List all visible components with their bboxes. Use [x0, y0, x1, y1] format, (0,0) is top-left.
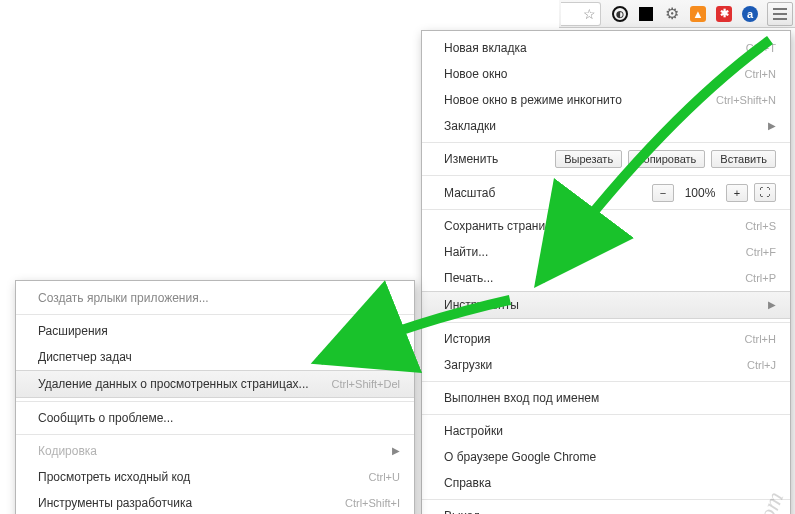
rss-icon[interactable]: ▲: [688, 4, 708, 24]
separator: [422, 209, 790, 210]
paste-button[interactable]: Вставить: [711, 150, 776, 168]
menu-settings[interactable]: Настройки: [422, 418, 790, 444]
menu-signed-in[interactable]: Выполнен вход под именем: [422, 385, 790, 411]
ext-icon-5[interactable]: ✱: [714, 4, 734, 24]
menu-exit[interactable]: Выход: [422, 503, 790, 514]
menu-print[interactable]: Печать... Ctrl+P: [422, 265, 790, 291]
separator: [422, 142, 790, 143]
menu-bookmarks[interactable]: Закладки ▶: [422, 113, 790, 139]
submenu-task-manager[interactable]: Диспетчер задач Shift+Esc: [16, 344, 414, 370]
menu-tools[interactable]: Инструменты ▶: [422, 291, 790, 319]
separator: [422, 175, 790, 176]
main-menu: Новая вкладка Ctrl+T Новое окно Ctrl+N Н…: [421, 30, 791, 514]
zoom-in-button[interactable]: +: [726, 184, 748, 202]
menu-find[interactable]: Найти... Ctrl+F: [422, 239, 790, 265]
menu-new-window[interactable]: Новое окно Ctrl+N: [422, 61, 790, 87]
menu-new-tab[interactable]: Новая вкладка Ctrl+T: [422, 35, 790, 61]
chevron-right-icon: ▶: [768, 117, 776, 135]
star-icon[interactable]: ☆: [583, 6, 596, 22]
ext-icon-3[interactable]: ⚙: [662, 4, 682, 24]
submenu-dev-tools[interactable]: Инструменты разработчика Ctrl+Shift+I: [16, 490, 414, 514]
menu-edit-row: Изменить Вырезать Копировать Вставить: [422, 146, 790, 172]
menu-incognito[interactable]: Новое окно в режиме инкогнито Ctrl+Shift…: [422, 87, 790, 113]
separator: [16, 401, 414, 402]
menu-zoom-row: Масштаб − 100% + ⛶: [422, 179, 790, 206]
submenu-encoding[interactable]: Кодировка ▶: [16, 438, 414, 464]
menu-about[interactable]: О браузере Google Chrome: [422, 444, 790, 470]
ext-icon-1[interactable]: ◐: [610, 4, 630, 24]
fullscreen-button[interactable]: ⛶: [754, 183, 776, 202]
menu-history[interactable]: История Ctrl+H: [422, 326, 790, 352]
separator: [16, 434, 414, 435]
menu-help[interactable]: Справка: [422, 470, 790, 496]
menu-save-page[interactable]: Сохранить страницу как... Ctrl+S: [422, 213, 790, 239]
zoom-out-button[interactable]: −: [652, 184, 674, 202]
separator: [422, 414, 790, 415]
zoom-value: 100%: [680, 186, 720, 200]
submenu-create-shortcuts[interactable]: Создать ярлыки приложения...: [16, 285, 414, 311]
submenu-clear-browsing-data[interactable]: Удаление данных о просмотренных страница…: [16, 370, 414, 398]
ext-icon-2[interactable]: [636, 4, 656, 24]
cut-button[interactable]: Вырезать: [555, 150, 622, 168]
browser-toolbar: ☆ ◐ ⚙ ▲ ✱ a: [559, 0, 795, 28]
submenu-report-issue[interactable]: Сообщить о проблеме...: [16, 405, 414, 431]
chevron-right-icon: ▶: [392, 442, 400, 460]
separator: [16, 314, 414, 315]
separator: [422, 381, 790, 382]
submenu-extensions[interactable]: Расширения: [16, 318, 414, 344]
address-bar-end[interactable]: ☆: [561, 2, 601, 26]
ext-icon-6[interactable]: a: [740, 4, 760, 24]
menu-downloads[interactable]: Загрузки Ctrl+J: [422, 352, 790, 378]
copy-button[interactable]: Копировать: [628, 150, 705, 168]
separator: [422, 499, 790, 500]
chevron-right-icon: ▶: [768, 296, 776, 314]
hamburger-menu-button[interactable]: [767, 2, 793, 26]
tools-submenu: Создать ярлыки приложения... Расширения …: [15, 280, 415, 514]
separator: [422, 322, 790, 323]
submenu-view-source[interactable]: Просмотреть исходный код Ctrl+U: [16, 464, 414, 490]
